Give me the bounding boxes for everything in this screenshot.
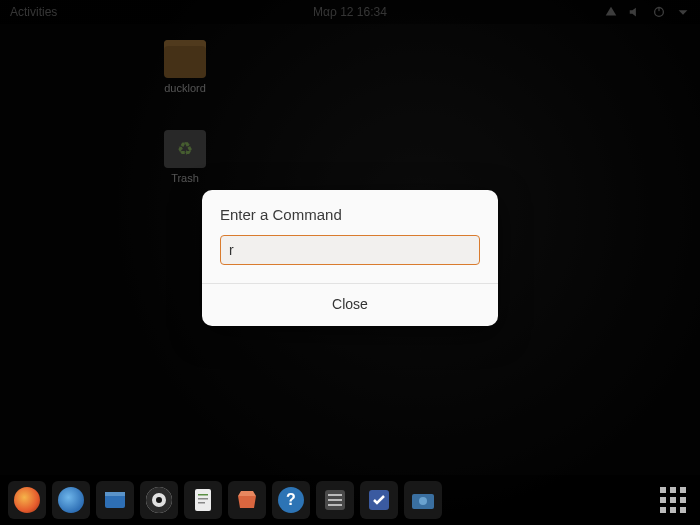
svg-rect-9 bbox=[328, 494, 342, 496]
rhythmbox-icon[interactable] bbox=[140, 481, 178, 519]
dock: ? bbox=[0, 475, 700, 525]
show-applications-button[interactable] bbox=[654, 481, 692, 519]
svg-rect-3 bbox=[105, 492, 125, 496]
dialog-title: Enter a Command bbox=[220, 206, 480, 223]
command-input[interactable] bbox=[220, 235, 480, 265]
svg-rect-5 bbox=[198, 494, 208, 496]
software-icon[interactable] bbox=[228, 481, 266, 519]
help-icon[interactable]: ? bbox=[272, 481, 310, 519]
firefox-icon[interactable] bbox=[8, 481, 46, 519]
settings-icon[interactable] bbox=[316, 481, 354, 519]
svg-rect-10 bbox=[328, 499, 342, 501]
writer-icon[interactable] bbox=[184, 481, 222, 519]
screenshot-icon[interactable] bbox=[404, 481, 442, 519]
todo-icon[interactable] bbox=[360, 481, 398, 519]
files-icon[interactable] bbox=[96, 481, 134, 519]
svg-rect-6 bbox=[198, 498, 208, 500]
svg-rect-4 bbox=[195, 489, 211, 511]
svg-point-14 bbox=[419, 497, 427, 505]
svg-rect-11 bbox=[328, 504, 342, 506]
close-button[interactable]: Close bbox=[202, 283, 498, 326]
thunderbird-icon[interactable] bbox=[52, 481, 90, 519]
run-command-dialog: Enter a Command Close bbox=[202, 190, 498, 326]
svg-rect-7 bbox=[198, 502, 205, 504]
